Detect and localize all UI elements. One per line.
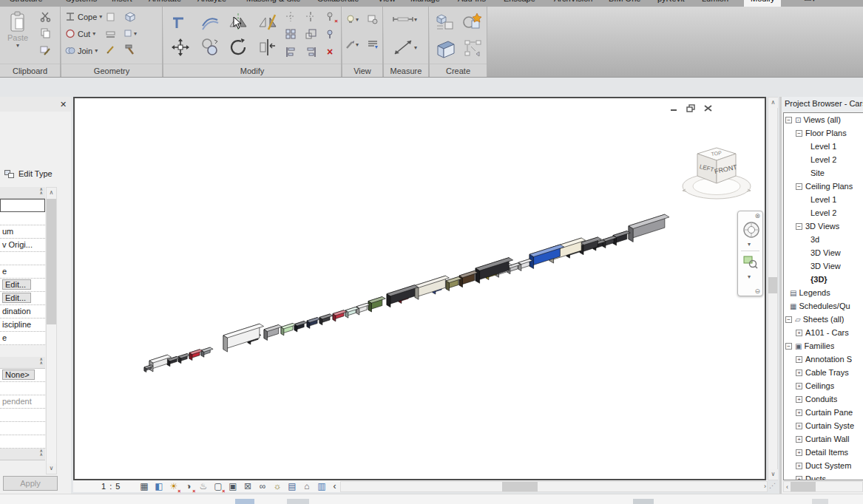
property-row[interactable]: Edit... [0,292,45,305]
tree-item-curtain-pane[interactable]: +Curtain Pane [784,406,863,419]
ribbon-tab-manage[interactable]: Manage [404,0,447,7]
restore-icon[interactable] [686,104,696,112]
vehicle-bus[interactable] [529,245,564,269]
wheel-dropdown-icon[interactable]: ▾ [748,241,751,248]
project-browser-title[interactable]: Project Browser - Cars [782,97,863,112]
tree-item-site[interactable]: Site [784,166,863,180]
vehicle-car[interactable] [356,303,370,315]
unpin-button[interactable]: × [323,10,336,23]
expand-node-icon[interactable]: + [796,330,802,336]
properties-scroll-thumb[interactable] [47,199,56,324]
collapse-node-icon[interactable]: − [796,223,802,230]
tree-item-3d-views[interactable]: −3D Views [784,219,863,233]
panel-label-create[interactable]: Create [430,64,487,77]
expand-node-icon[interactable]: + [796,383,802,389]
expand-node-icon[interactable]: + [796,396,802,403]
delete-button[interactable]: × [323,45,336,58]
zoom-region-icon[interactable] [743,254,758,269]
offset-button[interactable] [199,11,221,33]
navbar-collapse-icon[interactable]: ⊖ [754,287,760,295]
expand-node-icon[interactable]: + [796,449,802,456]
vehicle-sports-car[interactable] [333,310,347,321]
viewcube[interactable]: TOP LEFT FRONT [678,140,756,207]
tree-item-families[interactable]: −▣Families [784,339,863,353]
hscroll-right-icon[interactable]: › [764,482,766,491]
vehicle-semi-truck[interactable] [476,258,513,284]
ribbon-tab-structure[interactable]: Structure [3,0,50,7]
copy-button[interactable] [199,36,221,58]
tree-item-level-2[interactable]: Level 2 [784,206,863,219]
join-button[interactable]: Join▾ [65,46,98,55]
lock-3d-view-icon[interactable]: ⊠ [242,481,253,492]
cut-to-clipboard-button[interactable] [38,10,52,23]
tree-item-floor-plans[interactable]: −Floor Plans [784,126,863,140]
vehicle-truck[interactable] [459,270,478,287]
panel-label-modify[interactable]: Modify [163,64,341,77]
vehicle-car[interactable] [189,350,203,361]
ribbon-display-toggle-icon[interactable]: ▭▾ [797,0,822,7]
tree-item-3d-view[interactable]: 3D View [784,246,863,259]
collapse-node-icon[interactable]: − [785,316,792,323]
vehicle-semi-truck[interactable] [223,324,264,352]
temporary-view-properties-icon[interactable]: ▤ [286,481,297,492]
collapse-node-icon[interactable]: − [785,343,792,350]
panel-label-clipboard[interactable]: Clipboard [0,64,60,77]
displacement-sets-icon[interactable]: ▥ [316,481,327,492]
temporary-hide-isolate-icon[interactable]: ∞ [257,481,268,492]
ribbon-tab-lumion[interactable]: Lumion [695,0,735,7]
view-canvas[interactable]: TOP LEFT FRONT ⊗ ▾ [73,97,766,480]
tree-item-duct-system[interactable]: +Duct System [784,459,863,472]
section-collapse-icon[interactable]: ∧∧ [40,188,43,195]
vehicle-car[interactable] [201,347,213,357]
paste-dropdown-arrow[interactable]: ▾ [16,42,19,49]
tree-item-3d-view[interactable]: 3D View [784,259,863,273]
section-collapse-icon[interactable]: ∧∧ [40,358,43,365]
tree-item-curtain-syste[interactable]: +Curtain Syste [784,419,863,432]
reveal-hidden-elements-icon[interactable]: ☼ [271,481,282,492]
section-collapse-icon[interactable]: ∧∧ [40,449,43,457]
tree-item-ceilings[interactable]: +Ceilings [784,379,863,392]
align-left-button[interactable] [284,45,297,58]
close-view-icon[interactable] [703,104,713,112]
vehicle-car[interactable] [319,314,333,325]
property-row[interactable]: Edit... [0,279,45,292]
ribbon-tab-systems[interactable]: Systems [59,0,104,7]
ribbon-tab-collaborate[interactable]: Collaborate [311,0,365,7]
beam-annotation-button[interactable] [104,27,118,40]
detail-level-icon[interactable]: ▦ [138,481,149,492]
ribbon-tab-view[interactable]: View [371,0,402,7]
rotate-button[interactable] [227,36,249,58]
vscroll-thumb[interactable] [768,277,777,293]
move-button[interactable] [169,36,192,58]
hscroll-thumb[interactable] [502,482,538,491]
ribbon-tab-add-ins[interactable]: Add-Ins [451,0,493,7]
minimize-icon[interactable] [669,104,679,112]
vehicle-car[interactable] [294,321,307,333]
sun-path-icon[interactable]: ☀× [168,481,179,492]
properties-close-icon[interactable]: ✕ [58,99,69,109]
vehicle-bus[interactable] [387,285,419,307]
copy-to-clipboard-button[interactable] [38,26,52,39]
align-right-button[interactable] [304,45,317,58]
tree-item-ceiling-plans[interactable]: −Ceiling Plans [784,180,863,193]
trim-corner-button[interactable] [169,11,192,33]
navbar-close-icon[interactable]: ⊗ [754,212,760,219]
ribbon-tab-modify[interactable]: Modify [744,0,781,7]
tree-item-ducts[interactable]: +Ducts [784,472,863,480]
tree-item-level-1[interactable]: Level 1 [784,140,863,153]
expand-node-icon[interactable]: + [796,356,802,363]
demolish-button[interactable] [123,43,137,56]
view-scale-label[interactable]: 1 : 5 [101,482,121,491]
vehicle-car[interactable] [178,354,190,364]
ribbon-tab-analyze[interactable]: Analyze [191,0,233,7]
zoom-dropdown-icon[interactable]: ▾ [748,273,751,280]
measure-between-button[interactable]: ▾ [390,13,419,26]
create-group-button[interactable] [434,36,459,61]
create-similar-button[interactable] [461,11,483,33]
vscroll-up-icon[interactable]: ∧ [768,98,778,108]
edit-type-button[interactable]: Edit Type [4,169,53,178]
collapse-node-icon[interactable]: − [785,117,792,123]
ribbon-tab-archvision[interactable]: ArchVision [547,0,599,7]
property-value-button[interactable]: Edit... [2,293,31,303]
vehicle-car[interactable] [307,318,320,329]
